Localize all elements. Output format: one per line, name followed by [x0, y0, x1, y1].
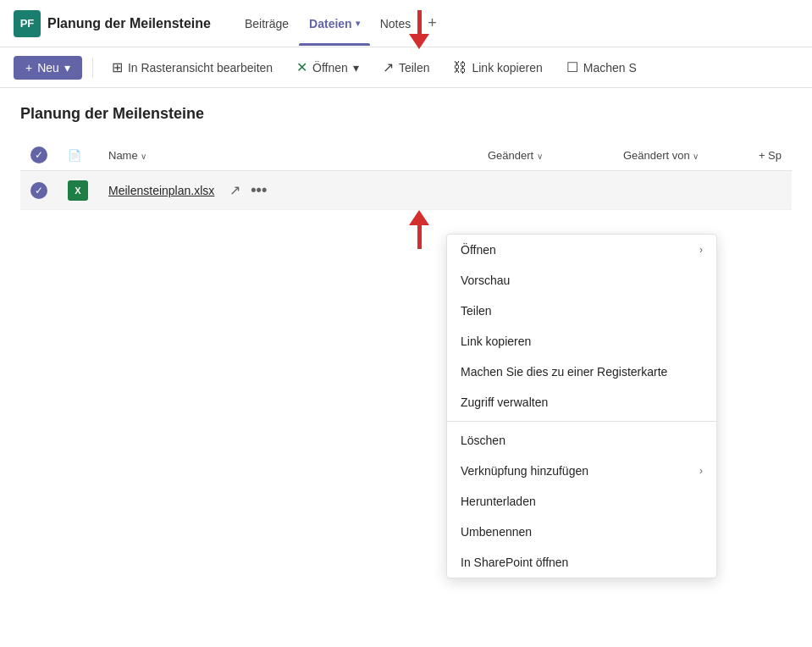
share-file-icon[interactable]: ↗ [228, 180, 242, 200]
select-all-checkbox[interactable]: ✓ [30, 147, 47, 163]
avatar: PF [14, 10, 41, 37]
grid-icon: ⊞ [112, 59, 123, 75]
row-checkbox[interactable]: ✓ [30, 182, 47, 199]
open-button[interactable]: ✕ Öffnen ▾ [288, 54, 367, 80]
menu-chevron-open-icon: › [699, 244, 703, 256]
red-arrow-top-indicator [409, 10, 429, 49]
red-arrow-middle-indicator [409, 210, 429, 249]
col-header-check: ✓ [20, 140, 58, 171]
row-changed-cell [478, 171, 613, 210]
changedby-sort-icon: ∨ [693, 152, 699, 161]
row-check-cell: ✓ [20, 171, 58, 210]
file-table: ✓ 📄 Name ∨ Geändert ∨ Geändert von [20, 140, 792, 210]
more-options-icon[interactable]: ••• [249, 180, 268, 201]
new-button[interactable]: + Beiträge Neu ▾ [14, 56, 82, 80]
menu-item-make-tab[interactable]: Machen Sie dies zu einer Registerkarte [447, 357, 716, 387]
col-header-changedby[interactable]: Geändert von ∨ [613, 140, 748, 171]
tab-beitraege[interactable]: Beiträge [235, 2, 299, 46]
grid-edit-button[interactable]: ⊞ In Rasteransicht bearbeiten [103, 54, 281, 80]
row-add-cell [748, 171, 792, 210]
row-name-cell: Meilensteinplan.xlsx ↗ ••• [98, 171, 478, 210]
page-title: Planung der Meilensteine [20, 105, 792, 123]
row-icon-cell: X [58, 171, 98, 210]
menu-item-open-sharepoint[interactable]: In SharePoint öffnen [447, 547, 716, 578]
copy-link-button[interactable]: ⛓ Link kopieren [445, 55, 550, 80]
menu-item-open[interactable]: Öffnen › [447, 235, 716, 265]
menu-item-download[interactable]: Herunterladen [447, 486, 716, 517]
file-type-icon: 📄 [68, 149, 81, 162]
col-header-changed[interactable]: Geändert ∨ [478, 140, 613, 171]
header: PF Planung der Meilensteine Beiträge Dat… [0, 0, 812, 47]
changed-sort-icon: ∨ [537, 152, 543, 161]
tab-dateien[interactable]: Dateien ▾ [299, 2, 370, 46]
toolbar-divider-1 [92, 58, 93, 78]
excel-file-icon: X [68, 180, 88, 201]
menu-item-manage-access[interactable]: Zugriff verwalten [447, 387, 716, 418]
menu-item-preview[interactable]: Vorschau [447, 265, 716, 296]
menu-chevron-addlink-icon: › [699, 465, 703, 477]
dateien-chevron-icon: ▾ [356, 19, 360, 28]
excel-open-icon: ✕ [296, 59, 307, 75]
open-chevron-icon: ▾ [353, 61, 359, 75]
file-name[interactable]: Meilensteinplan.xlsx [108, 184, 214, 197]
share-icon: ↗ [383, 59, 394, 75]
name-sort-icon: ∨ [141, 152, 146, 161]
table-row: ✓ X Meilensteinplan.xlsx ↗ ••• [20, 171, 792, 210]
row-changedby-cell [613, 171, 748, 210]
menu-item-add-link[interactable]: Verknüpfung hinzufügen › [447, 456, 716, 486]
content-area: Planung der Meilensteine ✓ 📄 Name ∨ [0, 88, 812, 227]
make-tab-button[interactable]: ☐ Machen S [558, 54, 645, 80]
col-header-add[interactable]: + Sp [748, 140, 792, 171]
toolbar: + Beiträge Neu ▾ ⊞ In Rasteransicht bear… [0, 47, 812, 88]
menu-item-rename[interactable]: Umbenennen [447, 517, 716, 547]
menu-item-share[interactable]: Teilen [447, 296, 716, 326]
col-header-name[interactable]: Name ∨ [98, 140, 478, 171]
header-title: Planung der Meilensteine [47, 16, 211, 31]
share-button[interactable]: ↗ Teilen [374, 54, 439, 80]
link-icon: ⛓ [453, 60, 467, 75]
menu-item-delete[interactable]: Löschen [447, 425, 716, 456]
col-header-icon: 📄 [58, 140, 98, 171]
menu-item-copy-link[interactable]: Link kopieren [447, 326, 716, 357]
tab-icon: ☐ [566, 59, 578, 75]
menu-divider-1 [447, 421, 716, 422]
context-menu: Öffnen › Vorschau Teilen Link kopieren M… [446, 234, 717, 578]
